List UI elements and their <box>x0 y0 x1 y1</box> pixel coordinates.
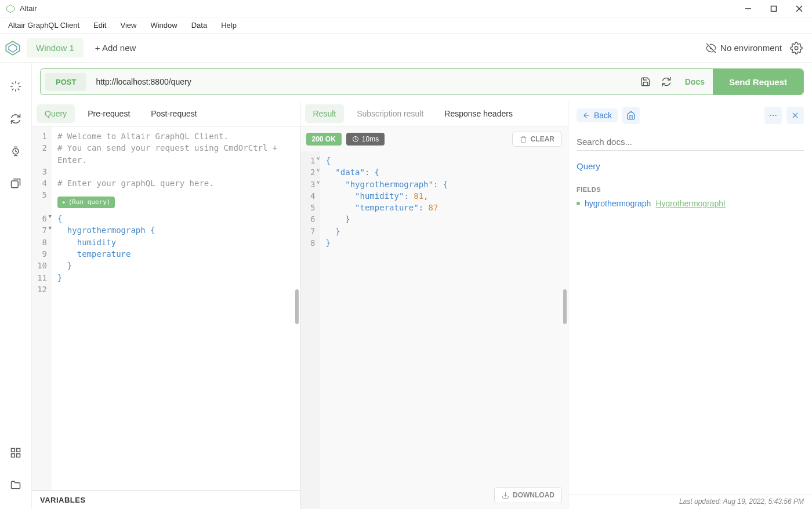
titlebar: Altair <box>0 0 812 17</box>
result-gutter: 1v 2v 3v 45678 <box>300 151 320 509</box>
result-code: { "data": { "hygrothermograph": { "humid… <box>320 151 568 509</box>
watch-icon[interactable] <box>9 145 22 158</box>
status-row: 200 OK 10ms CLEAR <box>300 127 568 151</box>
svg-point-25 <box>775 115 777 116</box>
tab-query[interactable]: Query <box>37 104 75 123</box>
svg-rect-20 <box>12 454 15 457</box>
reload-icon[interactable] <box>9 112 22 125</box>
arrow-left-icon <box>582 111 590 119</box>
menu-data[interactable]: Data <box>188 20 211 31</box>
result-viewer[interactable]: 1v 2v 3v 45678 { "data": { "hygrothermog… <box>300 151 568 509</box>
tab-post-request[interactable]: Post-request <box>143 104 205 123</box>
timing-badge: 10ms <box>346 133 385 146</box>
docs-fields-label: FIELDS <box>568 173 812 197</box>
reload-schema-button[interactable] <box>656 71 677 92</box>
svg-point-23 <box>770 115 771 116</box>
docs-more-button[interactable] <box>764 107 782 124</box>
svg-line-10 <box>12 83 13 84</box>
close-icon <box>791 111 799 119</box>
docs-field-name[interactable]: hygrothermograph <box>585 199 651 208</box>
download-button[interactable]: DOWNLOAD <box>494 487 562 503</box>
menu-edit[interactable]: Edit <box>90 20 110 31</box>
code-body[interactable]: # Welcome to Altair GraphQL Client. # Yo… <box>52 127 300 490</box>
svg-rect-21 <box>17 454 20 457</box>
menu-view[interactable]: View <box>117 20 140 31</box>
loading-icon[interactable] <box>9 80 22 93</box>
svg-marker-6 <box>9 44 17 52</box>
folder-icon[interactable] <box>9 479 22 492</box>
svg-rect-19 <box>17 449 20 452</box>
svg-rect-17 <box>12 181 19 188</box>
environment-button[interactable]: No environment <box>705 42 782 54</box>
result-tabs: Result Subscription result Response head… <box>300 101 568 127</box>
settings-button[interactable] <box>790 42 803 54</box>
add-tab-button[interactable]: + Add new <box>88 38 143 57</box>
svg-point-7 <box>795 46 798 50</box>
docs-home-button[interactable] <box>622 107 640 124</box>
send-request-button[interactable]: Send Request <box>713 69 803 94</box>
content: POST Docs Send Request Query Pre-request… <box>32 63 812 509</box>
tab-result[interactable]: Result <box>305 104 345 123</box>
save-button[interactable] <box>635 71 656 92</box>
query-panel: Query Pre-request Post-request 12 345 6▼… <box>32 101 300 509</box>
svg-line-15 <box>18 83 19 84</box>
panels: Query Pre-request Post-request 12 345 6▼… <box>32 101 812 509</box>
close-button[interactable] <box>792 2 806 16</box>
tab-window-1[interactable]: Window 1 <box>27 38 84 57</box>
tab-response-headers[interactable]: Response headers <box>436 104 521 123</box>
svg-line-11 <box>18 89 19 90</box>
field-indicator-icon <box>577 202 580 205</box>
url-bar: POST Docs Send Request <box>40 68 804 95</box>
status-badge: 200 OK <box>306 133 342 146</box>
svg-line-14 <box>12 89 13 90</box>
menu-help[interactable]: Help <box>217 20 240 31</box>
variables-toggle[interactable]: VARIABLES <box>32 490 300 509</box>
menu-window[interactable]: Window <box>147 20 180 31</box>
eye-off-icon <box>705 42 717 54</box>
main: POST Docs Send Request Query Pre-request… <box>0 63 812 509</box>
svg-marker-5 <box>6 41 19 54</box>
app-logo-icon <box>6 4 15 13</box>
docs-button[interactable]: Docs <box>677 77 713 86</box>
docs-panel: Back Query FIELDS <box>568 101 812 509</box>
tab-pre-request[interactable]: Pre-request <box>79 104 138 123</box>
method-select[interactable]: POST <box>45 73 86 91</box>
svg-point-24 <box>773 115 774 116</box>
trash-icon <box>520 136 527 143</box>
docs-search-input[interactable] <box>577 133 804 151</box>
download-icon <box>502 492 509 499</box>
url-input[interactable] <box>86 77 635 86</box>
minimize-button[interactable] <box>741 2 755 16</box>
last-updated-label: Last updated: Aug 19, 2022, 5:43:56 PM <box>568 495 812 509</box>
window-controls <box>741 2 806 16</box>
more-horizontal-icon <box>768 111 778 120</box>
home-icon <box>626 111 636 120</box>
window-title: Altair <box>20 4 741 13</box>
collections-icon[interactable] <box>9 177 22 190</box>
topbar: Window 1 + Add new No environment <box>0 34 812 63</box>
run-query-button[interactable]: ▸ (Run query) <box>57 197 115 208</box>
svg-rect-18 <box>12 449 15 452</box>
result-panel: Result Subscription result Response head… <box>300 101 569 509</box>
result-body: 200 OK 10ms CLEAR 1v <box>300 127 568 509</box>
menubar: Altair GraphQL Client Edit View Window D… <box>0 17 812 34</box>
left-sidebar <box>0 63 32 509</box>
clear-button[interactable]: CLEAR <box>512 132 562 147</box>
line-gutter: 12 345 6▼ 7▼ 89101112 <box>32 127 52 490</box>
docs-field-row: hygrothermograph Hygrothermograph! <box>568 197 812 210</box>
menu-app[interactable]: Altair GraphQL Client <box>5 20 83 31</box>
app-logo-icon <box>5 40 21 56</box>
grid-icon[interactable] <box>9 446 22 459</box>
scrollbar[interactable] <box>563 289 567 324</box>
tab-subscription-result: Subscription result <box>349 104 432 123</box>
docs-header: Back <box>568 101 812 130</box>
gear-icon <box>790 42 803 54</box>
docs-query-link[interactable]: Query <box>568 159 812 173</box>
scrollbar[interactable] <box>295 289 299 324</box>
docs-back-button[interactable]: Back <box>577 108 618 122</box>
docs-close-button[interactable] <box>786 107 804 124</box>
maximize-button[interactable] <box>767 2 781 16</box>
docs-field-type[interactable]: Hygrothermograph! <box>655 199 726 208</box>
svg-marker-0 <box>6 5 14 12</box>
query-editor[interactable]: 12 345 6▼ 7▼ 89101112 # Welcome to Altai… <box>32 127 300 490</box>
